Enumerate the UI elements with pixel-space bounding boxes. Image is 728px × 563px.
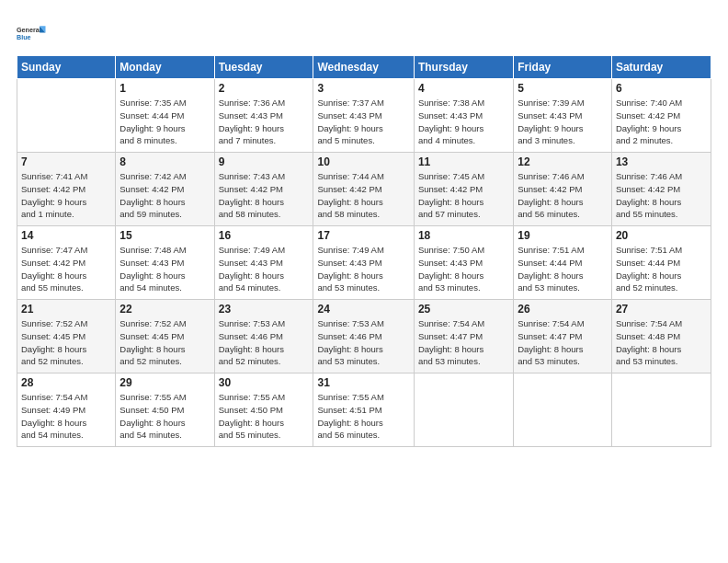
day-info: Sunrise: 7:43 AM Sunset: 4:42 PM Dayligh… (219, 170, 310, 221)
day-cell: 13Sunrise: 7:46 AM Sunset: 4:42 PM Dayli… (611, 153, 711, 226)
day-number: 14 (21, 229, 111, 242)
header-day-tuesday: Tuesday (214, 56, 313, 79)
day-number: 28 (21, 376, 111, 389)
day-number: 3 (317, 82, 409, 95)
day-number: 11 (418, 155, 509, 168)
day-number: 31 (317, 376, 409, 389)
day-number: 17 (317, 229, 409, 242)
day-number: 25 (418, 303, 509, 316)
day-cell (414, 373, 513, 447)
day-info: Sunrise: 7:46 AM Sunset: 4:42 PM Dayligh… (616, 170, 707, 221)
header-day-monday: Monday (116, 56, 214, 79)
page: GeneralBlue SundayMondayTuesdayWednesday… (0, 0, 728, 563)
day-info: Sunrise: 7:52 AM Sunset: 4:45 PM Dayligh… (119, 317, 210, 368)
header-day-thursday: Thursday (414, 56, 513, 79)
svg-text:Blue: Blue (17, 33, 31, 41)
day-cell: 2Sunrise: 7:36 AM Sunset: 4:43 PM Daylig… (214, 79, 313, 153)
week-row-2: 7Sunrise: 7:41 AM Sunset: 4:42 PM Daylig… (17, 153, 711, 226)
day-number: 13 (616, 155, 707, 168)
day-cell: 16Sunrise: 7:49 AM Sunset: 4:43 PM Dayli… (214, 226, 313, 300)
day-number: 21 (21, 303, 111, 316)
day-cell: 17Sunrise: 7:49 AM Sunset: 4:43 PM Dayli… (313, 226, 414, 300)
day-info: Sunrise: 7:41 AM Sunset: 4:42 PM Dayligh… (21, 170, 111, 221)
day-number: 26 (518, 303, 608, 316)
day-info: Sunrise: 7:36 AM Sunset: 4:43 PM Dayligh… (219, 97, 310, 147)
day-cell: 23Sunrise: 7:53 AM Sunset: 4:46 PM Dayli… (214, 300, 313, 373)
day-number: 18 (418, 229, 509, 242)
day-info: Sunrise: 7:49 AM Sunset: 4:43 PM Dayligh… (317, 244, 409, 294)
day-cell (514, 373, 612, 447)
day-cell: 25Sunrise: 7:54 AM Sunset: 4:47 PM Dayli… (414, 300, 513, 373)
day-cell: 11Sunrise: 7:45 AM Sunset: 4:42 PM Dayli… (414, 153, 513, 226)
calendar-body: 1Sunrise: 7:35 AM Sunset: 4:44 PM Daylig… (17, 79, 711, 447)
header-day-friday: Friday (514, 56, 612, 79)
day-info: Sunrise: 7:51 AM Sunset: 4:44 PM Dayligh… (518, 244, 608, 294)
svg-text:General: General (17, 26, 41, 34)
day-cell: 22Sunrise: 7:52 AM Sunset: 4:45 PM Dayli… (116, 300, 214, 373)
day-number: 30 (219, 376, 310, 389)
day-cell: 27Sunrise: 7:54 AM Sunset: 4:48 PM Dayli… (611, 300, 711, 373)
day-number: 22 (119, 303, 210, 316)
day-info: Sunrise: 7:45 AM Sunset: 4:42 PM Dayligh… (418, 170, 509, 221)
day-cell: 29Sunrise: 7:55 AM Sunset: 4:50 PM Dayli… (116, 373, 214, 447)
day-info: Sunrise: 7:54 AM Sunset: 4:48 PM Dayligh… (616, 317, 707, 368)
day-info: Sunrise: 7:39 AM Sunset: 4:43 PM Dayligh… (518, 97, 608, 147)
day-info: Sunrise: 7:55 AM Sunset: 4:50 PM Dayligh… (119, 391, 210, 442)
header-day-sunday: Sunday (17, 56, 116, 79)
day-number: 4 (418, 82, 509, 95)
day-info: Sunrise: 7:55 AM Sunset: 4:51 PM Dayligh… (317, 391, 409, 442)
day-info: Sunrise: 7:54 AM Sunset: 4:47 PM Dayligh… (518, 317, 608, 368)
day-cell: 30Sunrise: 7:55 AM Sunset: 4:50 PM Dayli… (214, 373, 313, 447)
day-cell: 24Sunrise: 7:53 AM Sunset: 4:46 PM Dayli… (313, 300, 414, 373)
day-number: 8 (119, 155, 210, 168)
day-cell: 5Sunrise: 7:39 AM Sunset: 4:43 PM Daylig… (514, 79, 612, 153)
day-info: Sunrise: 7:52 AM Sunset: 4:45 PM Dayligh… (21, 317, 111, 368)
day-info: Sunrise: 7:53 AM Sunset: 4:46 PM Dayligh… (219, 317, 310, 368)
week-row-3: 14Sunrise: 7:47 AM Sunset: 4:42 PM Dayli… (17, 226, 711, 300)
day-info: Sunrise: 7:47 AM Sunset: 4:42 PM Dayligh… (21, 244, 111, 294)
day-info: Sunrise: 7:35 AM Sunset: 4:44 PM Dayligh… (119, 97, 210, 147)
day-cell: 14Sunrise: 7:47 AM Sunset: 4:42 PM Dayli… (17, 226, 116, 300)
day-cell: 1Sunrise: 7:35 AM Sunset: 4:44 PM Daylig… (116, 79, 214, 153)
day-number: 6 (616, 82, 707, 95)
day-info: Sunrise: 7:49 AM Sunset: 4:43 PM Dayligh… (219, 244, 310, 294)
day-number: 24 (317, 303, 409, 316)
day-cell: 21Sunrise: 7:52 AM Sunset: 4:45 PM Dayli… (17, 300, 116, 373)
week-row-5: 28Sunrise: 7:54 AM Sunset: 4:49 PM Dayli… (17, 373, 711, 447)
day-info: Sunrise: 7:53 AM Sunset: 4:46 PM Dayligh… (317, 317, 409, 368)
logo-icon: GeneralBlue (17, 17, 50, 50)
day-info: Sunrise: 7:48 AM Sunset: 4:43 PM Dayligh… (119, 244, 210, 294)
day-info: Sunrise: 7:37 AM Sunset: 4:43 PM Dayligh… (317, 97, 409, 147)
day-cell: 3Sunrise: 7:37 AM Sunset: 4:43 PM Daylig… (313, 79, 414, 153)
day-cell (17, 79, 116, 153)
day-number: 27 (616, 303, 707, 316)
header-day-saturday: Saturday (611, 56, 711, 79)
header-row: SundayMondayTuesdayWednesdayThursdayFrid… (17, 56, 711, 79)
day-cell: 28Sunrise: 7:54 AM Sunset: 4:49 PM Dayli… (17, 373, 116, 447)
day-number: 2 (219, 82, 310, 95)
day-number: 5 (518, 82, 608, 95)
week-row-4: 21Sunrise: 7:52 AM Sunset: 4:45 PM Dayli… (17, 300, 711, 373)
day-info: Sunrise: 7:42 AM Sunset: 4:42 PM Dayligh… (119, 170, 210, 221)
day-cell: 19Sunrise: 7:51 AM Sunset: 4:44 PM Dayli… (514, 226, 612, 300)
day-info: Sunrise: 7:51 AM Sunset: 4:44 PM Dayligh… (616, 244, 707, 294)
day-number: 19 (518, 229, 608, 242)
day-cell: 26Sunrise: 7:54 AM Sunset: 4:47 PM Dayli… (514, 300, 612, 373)
day-cell: 6Sunrise: 7:40 AM Sunset: 4:42 PM Daylig… (611, 79, 711, 153)
day-info: Sunrise: 7:54 AM Sunset: 4:49 PM Dayligh… (21, 391, 111, 442)
day-cell: 9Sunrise: 7:43 AM Sunset: 4:42 PM Daylig… (214, 153, 313, 226)
day-cell: 4Sunrise: 7:38 AM Sunset: 4:43 PM Daylig… (414, 79, 513, 153)
day-cell: 15Sunrise: 7:48 AM Sunset: 4:43 PM Dayli… (116, 226, 214, 300)
day-info: Sunrise: 7:54 AM Sunset: 4:47 PM Dayligh… (418, 317, 509, 368)
header-day-wednesday: Wednesday (313, 56, 414, 79)
header: GeneralBlue (17, 17, 711, 50)
calendar-table: SundayMondayTuesdayWednesdayThursdayFrid… (17, 55, 711, 447)
day-cell: 12Sunrise: 7:46 AM Sunset: 4:42 PM Dayli… (514, 153, 612, 226)
day-number: 20 (616, 229, 707, 242)
day-info: Sunrise: 7:50 AM Sunset: 4:43 PM Dayligh… (418, 244, 509, 294)
day-cell (611, 373, 711, 447)
day-number: 10 (317, 155, 409, 168)
day-number: 1 (119, 82, 210, 95)
logo: GeneralBlue (17, 17, 50, 50)
day-info: Sunrise: 7:55 AM Sunset: 4:50 PM Dayligh… (219, 391, 310, 442)
